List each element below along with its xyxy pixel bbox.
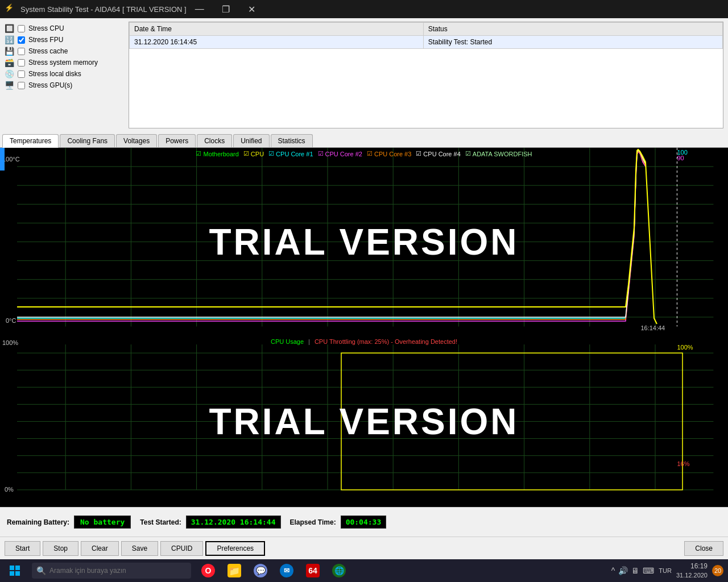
minimize-button[interactable]: — [187, 0, 213, 18]
cpu-usage-label: CPU Usage [271, 338, 304, 345]
taskbar-app-discord[interactable]: 💬 [248, 559, 273, 582]
stop-button[interactable]: Stop [43, 541, 78, 556]
volume-icon[interactable]: 🔊 [618, 566, 628, 575]
usage-chart-header: CPU Usage | CPU Throttling (max: 25%) - … [271, 338, 457, 345]
stress-cpu-label[interactable]: Stress CPU [28, 24, 64, 32]
status-text: Stability Test: Started [423, 36, 722, 49]
temperature-chart: ☑ Motherboard ☑ CPU ☑ CPU Core #1 ☑ CPU … [0, 148, 728, 336]
elapsed-value: 00:04:33 [341, 516, 387, 529]
stress-cpu-item: 🔲 Stress CPU [5, 24, 124, 33]
globe-icon: 🌐 [332, 564, 346, 577]
files-icon: 📁 [228, 564, 241, 577]
stress-fpu-label[interactable]: Stress FPU [28, 36, 63, 44]
taskbar-app-outlook[interactable]: ✉ [274, 559, 299, 582]
stress-memory-checkbox[interactable] [18, 59, 25, 66]
test-started-value: 31.12.2020 16:14:44 [186, 516, 281, 529]
status-col-status: Status [423, 23, 722, 36]
stress-fpu-checkbox[interactable] [18, 36, 25, 44]
tab-clocks[interactable]: Clocks [197, 134, 232, 147]
windows-logo [9, 565, 20, 576]
stress-gpu-label[interactable]: Stress GPU(s) [28, 81, 72, 89]
tab-temperatures[interactable]: Temperatures [2, 134, 59, 148]
stress-options: 🔲 Stress CPU 🔢 Stress FPU 💾 Stress cache… [5, 22, 124, 128]
battery-value: No battery [74, 516, 131, 529]
legend-adata: ☑ ADATA SWORDFISH [465, 150, 532, 157]
start-menu-button[interactable] [0, 559, 30, 582]
test-started-status: Test Started: 31.12.2020 16:14:44 [140, 516, 280, 529]
aida64-icon: 64 [306, 564, 320, 577]
stress-disks-checkbox[interactable] [18, 70, 25, 78]
clear-button[interactable]: Clear [81, 541, 119, 556]
title-bar: ⚡ System Stability Test - AIDA64 [ TRIAL… [0, 0, 728, 18]
tab-powers[interactable]: Powers [158, 134, 196, 147]
start-button[interactable]: Start [5, 541, 40, 556]
stress-cpu-checkbox[interactable] [18, 25, 25, 32]
taskbar-search[interactable]: 🔍 [32, 563, 191, 579]
svg-text:90: 90 [677, 155, 684, 161]
top-section: 🔲 Stress CPU 🔢 Stress FPU 💾 Stress cache… [0, 18, 728, 132]
legend-cpu-core4: ☑ CPU Core #4 [416, 150, 460, 157]
search-icon: 🔍 [36, 566, 46, 575]
scroll-indicator[interactable] [0, 148, 5, 171]
taskbar-right: ^ 🔊 🖥 ⌨ TUR 16:19 31.12.2020 20 [611, 562, 728, 580]
fpu-stress-icon: 🔢 [5, 35, 14, 44]
preferences-button[interactable]: Preferences [205, 541, 265, 556]
close-button-bar[interactable]: Close [684, 541, 723, 556]
gpu-stress-icon: 🖥️ [5, 81, 14, 90]
svg-text:100%: 100% [2, 339, 18, 346]
button-bar: Start Stop Clear Save CPUID Preferences … [0, 537, 728, 559]
status-datetime: 31.12.2020 16:14:45 [130, 36, 424, 49]
save-button[interactable]: Save [121, 541, 158, 556]
taskbar-time: 16:19 31.12.2020 [676, 562, 708, 580]
taskbar-app-opera[interactable]: O [196, 559, 221, 582]
stress-gpu-checkbox[interactable] [18, 82, 25, 89]
language-indicator[interactable]: TUR [659, 567, 672, 574]
chart-legend: ☑ Motherboard ☑ CPU ☑ CPU Core #1 ☑ CPU … [196, 150, 532, 157]
disk-stress-icon: 💿 [5, 69, 14, 78]
test-started-label: Test Started: [140, 518, 181, 526]
chevron-up-icon[interactable]: ^ [611, 566, 615, 575]
svg-rect-53 [10, 566, 14, 570]
maximize-button[interactable]: ❐ [213, 0, 239, 18]
search-input[interactable] [49, 567, 163, 575]
throttle-label: CPU Throttling (max: 25%) - Overheating … [315, 338, 457, 345]
tabs-row: Temperatures Cooling Fans Voltages Power… [0, 132, 728, 148]
svg-text:100%: 100% [677, 344, 693, 351]
battery-label: Remaining Battery: [7, 518, 69, 526]
status-bar: Remaining Battery: No battery Test Start… [0, 507, 728, 537]
tab-statistics[interactable]: Statistics [271, 134, 313, 147]
notification-badge[interactable]: 20 [712, 565, 723, 576]
legend-cpu-core3: ☑ CPU Core #3 [367, 150, 411, 157]
svg-text:16%: 16% [677, 460, 689, 467]
tab-unified[interactable]: Unified [233, 134, 269, 147]
opera-icon: O [201, 564, 215, 577]
svg-text:0°C: 0°C [6, 317, 16, 324]
main-window: 🔲 Stress CPU 🔢 Stress FPU 💾 Stress cache… [0, 18, 728, 559]
cpu-usage-chart: CPU Usage | CPU Throttling (max: 25%) - … [0, 336, 728, 507]
cpu-stress-icon: 🔲 [5, 24, 14, 33]
stress-cache-item: 💾 Stress cache [5, 47, 124, 56]
tab-cooling-fans[interactable]: Cooling Fans [60, 134, 115, 147]
usage-chart-svg: 100% 0% 100% 16% [0, 336, 728, 507]
clock-time: 16:19 [676, 562, 708, 571]
stress-disks-label[interactable]: Stress local disks [28, 70, 81, 78]
stress-cache-checkbox[interactable] [18, 48, 25, 55]
keyboard-icon[interactable]: ⌨ [643, 566, 654, 575]
network-icon[interactable]: 🖥 [631, 566, 639, 575]
temp-chart-svg: 100°C 0°C 100 [0, 148, 728, 336]
charts-area: ☑ Motherboard ☑ CPU ☑ CPU Core #1 ☑ CPU … [0, 148, 728, 507]
svg-text:16:14:44: 16:14:44 [640, 325, 665, 331]
taskbar-app-aida64[interactable]: 64 [300, 559, 325, 582]
stress-memory-label[interactable]: Stress system memory [28, 59, 98, 66]
stress-cache-label[interactable]: Stress cache [28, 47, 68, 55]
svg-rect-55 [10, 571, 14, 576]
tab-voltages[interactable]: Voltages [116, 134, 157, 147]
legend-cpu: ☑ CPU [243, 150, 264, 157]
taskbar-app-files[interactable]: 📁 [222, 559, 247, 582]
svg-rect-54 [15, 566, 20, 570]
taskbar-app-globe[interactable]: 🌐 [326, 559, 351, 582]
close-button[interactable]: ✕ [239, 0, 265, 18]
app-icon: ⚡ [5, 3, 16, 15]
taskbar: 🔍 O 📁 💬 ✉ 64 [0, 559, 728, 582]
cpuid-button[interactable]: CPUID [160, 541, 203, 556]
